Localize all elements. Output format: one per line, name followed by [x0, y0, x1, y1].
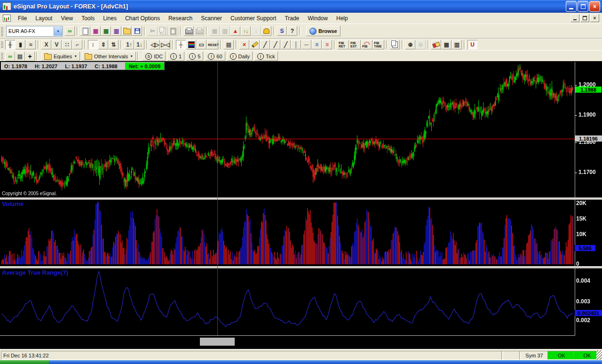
quote-window-icon[interactable]: ▦ [101, 26, 111, 36]
reset-icon[interactable]: RESET [207, 40, 218, 49]
interval-down-icon[interactable]: 1↓ [135, 40, 144, 49]
expand-bars-icon[interactable]: ⇕ [98, 40, 108, 49]
fib-retracement-icon[interactable]: FIB RET [338, 40, 349, 49]
browse-button[interactable]: Browse [306, 26, 341, 36]
eraser-icon[interactable] [431, 40, 441, 49]
status-clock: Fri Dec 16 13:41:22 [1, 351, 503, 360]
histogram-style-icon[interactable]: V [52, 40, 62, 49]
menu-scanner[interactable]: Scanner [197, 14, 226, 23]
fit-bars-icon[interactable]: ⇅ [109, 40, 119, 49]
up-down-arrows-icon[interactable] [241, 26, 251, 36]
page-back-icon[interactable]: ◁▷ [150, 40, 160, 49]
pencil-tool-icon[interactable] [250, 40, 260, 49]
print-preview-icon[interactable] [194, 26, 204, 36]
interval-daily-button[interactable]: I Daily [227, 52, 253, 61]
symbol-combo[interactable]: EUR A0-FX ▼ [6, 26, 63, 37]
cut-icon[interactable]: ✂ [148, 26, 158, 36]
other-intervals-folder-button[interactable]: Other Intervals ▼ [82, 52, 136, 61]
menu-layout[interactable]: Layout [31, 14, 56, 23]
portfolio-window-icon[interactable]: ▥ [111, 26, 121, 36]
line-style-icon[interactable]: ≈ [26, 40, 36, 49]
alert-bell-icon[interactable] [261, 26, 271, 36]
trend-segment-icon[interactable]: ╱ [260, 40, 270, 49]
properties-icon[interactable]: ▤ [15, 52, 25, 61]
start-button-edge[interactable] [0, 360, 49, 364]
new-layout-icon[interactable] [80, 26, 90, 36]
interval-1-button[interactable]: I 1 [167, 52, 184, 61]
context-help-icon[interactable]: ? [287, 26, 297, 36]
mdi-close-button[interactable]: × [590, 14, 599, 22]
time-sales-icon[interactable]: ▦ [210, 26, 220, 36]
interval-up-icon[interactable]: 1↑ [124, 40, 134, 49]
menu-chart-options[interactable]: Chart Options [121, 14, 164, 23]
menu-tools[interactable]: Tools [77, 14, 99, 23]
open-layout-icon[interactable] [122, 26, 132, 36]
copy-shapes-icon[interactable] [390, 40, 400, 49]
link-icon[interactable]: ∞ [5, 52, 15, 61]
measure-tool-icon[interactable]: ▭ [197, 40, 206, 49]
symbol-input[interactable]: EUR A0-FX [7, 28, 54, 34]
step-style-icon[interactable]: ⌐ [72, 40, 82, 49]
menu-help[interactable]: Help [332, 14, 352, 23]
vertical-line-icon[interactable]: │ [291, 40, 301, 49]
menu-trade[interactable]: Trade [280, 14, 303, 23]
interval-60-button[interactable]: I 60 [205, 52, 225, 61]
fib-extension-icon[interactable]: FIB EXT [349, 40, 361, 49]
menu-file[interactable]: File [14, 14, 31, 23]
fib-circle-icon[interactable]: FIB [361, 40, 372, 49]
fib-time-icon[interactable]: FIB TIME [373, 40, 384, 49]
point-figure-style-icon[interactable]: X [41, 40, 51, 49]
bar-style-icon[interactable]: ╫ [5, 40, 15, 49]
dot-style-icon[interactable]: ∷ [62, 40, 72, 49]
add-symbol-button[interactable]: + [25, 52, 35, 61]
toolbar-grip[interactable] [1, 41, 3, 49]
zoom-out-icon[interactable]: ⊖ [416, 40, 426, 49]
hot-lists-icon[interactable]: ▲ [230, 26, 240, 36]
save-layout-icon[interactable] [132, 26, 142, 36]
mdi-minimize-button[interactable] [570, 14, 579, 22]
trend-extended-icon[interactable]: ╱ [281, 40, 291, 49]
compress-bars-icon[interactable]: ↕ [88, 40, 98, 49]
service-idc-button[interactable]: S IDC [143, 52, 166, 61]
download-data-icon[interactable]: ↓ [251, 26, 261, 36]
menu-lines[interactable]: Lines [99, 14, 121, 23]
menu-view[interactable]: View [56, 14, 77, 23]
page-forward-icon[interactable]: ▷◁ [160, 40, 170, 49]
symbol-search-icon[interactable]: S [277, 26, 287, 36]
horizontal-line-icon[interactable]: ─ [301, 40, 311, 49]
close-button[interactable]: × [589, 1, 600, 12]
paste-icon[interactable] [168, 26, 178, 36]
tile-mosaic-icon[interactable]: ▩ [442, 40, 452, 49]
link-icon[interactable]: ∞ [65, 26, 75, 36]
menu-research[interactable]: Research [164, 14, 197, 23]
toolbar-grip[interactable] [1, 52, 3, 60]
chart-properties-icon[interactable]: ▤ [224, 40, 234, 49]
resize-grip[interactable] [596, 350, 602, 360]
toolbar-grip[interactable] [1, 26, 3, 36]
trend-ray-icon[interactable]: ╱ [270, 40, 280, 49]
chart-canvas[interactable] [0, 61, 602, 349]
crosshair-tool-icon[interactable]: ┼ [176, 40, 186, 49]
tile-windows-icon[interactable]: ▥ [452, 40, 462, 49]
print-icon[interactable] [184, 26, 194, 36]
delete-drawing-icon[interactable]: × [239, 40, 249, 49]
copy-icon[interactable] [158, 26, 168, 36]
chart-window-icon[interactable]: ▦ [91, 26, 101, 36]
bar-colors-icon[interactable] [186, 40, 196, 49]
underline-icon[interactable]: U [467, 40, 477, 49]
restore-button[interactable] [578, 1, 588, 12]
menu-customer-support[interactable]: Customer Support [226, 14, 280, 23]
equities-folder-button[interactable]: Equities ▼ [41, 52, 80, 61]
mdi-restore-button[interactable] [580, 14, 589, 22]
minimize-button[interactable] [566, 1, 577, 12]
toolbar-separator [299, 27, 301, 35]
fan-lines-icon[interactable]: ≡ [322, 40, 332, 49]
symbol-dropdown-button[interactable]: ▼ [54, 27, 62, 36]
option-chain-icon[interactable]: ▥ [220, 26, 230, 36]
regression-lines-icon[interactable]: ≡ [312, 40, 322, 49]
interval-tick-button[interactable]: I Tick [254, 52, 278, 61]
menu-window[interactable]: Window [303, 14, 332, 23]
zoom-in-icon[interactable]: ⊕ [405, 40, 415, 49]
candlestick-style-icon[interactable]: ▮ [16, 40, 25, 49]
interval-5-button[interactable]: I 5 [186, 52, 203, 61]
